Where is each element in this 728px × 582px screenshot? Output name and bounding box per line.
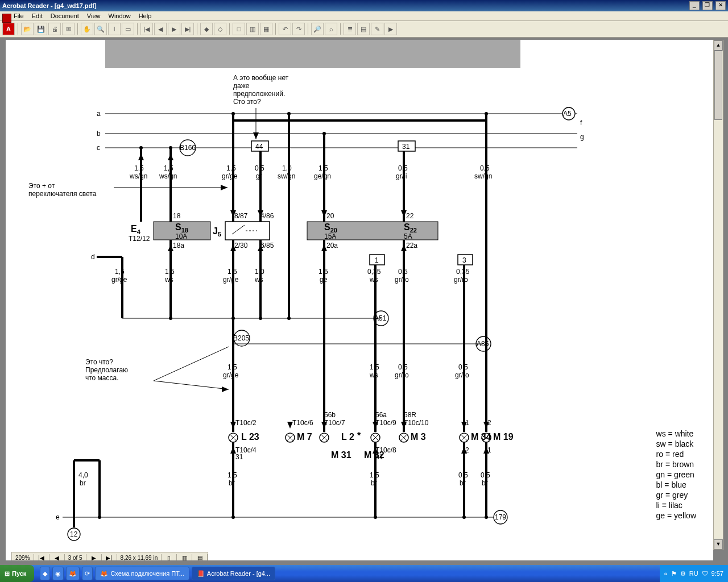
svg-text:1,5: 1,5	[370, 363, 379, 371]
svg-text:8/87: 8/87	[234, 212, 248, 220]
svg-text:gr/ge: gr/ge	[111, 276, 127, 284]
svg-text:20: 20	[326, 212, 334, 220]
show-thumbnails-button[interactable]: ▤	[357, 23, 370, 35]
fit-width-button[interactable]: ▥	[246, 23, 259, 35]
open-button[interactable]: 📂	[21, 23, 34, 35]
start-button[interactable]: ⊞ Пуск	[0, 565, 34, 566]
last-page-button[interactable]: ▶|	[181, 23, 194, 35]
svg-text:1,5: 1,5	[318, 164, 328, 172]
svg-text:1,5: 1,5	[134, 164, 144, 172]
svg-text:1: 1	[375, 256, 379, 264]
svg-text:ws: ws	[254, 276, 263, 284]
rotate-ccw-button[interactable]: ↶	[279, 23, 291, 35]
pager-last[interactable]: ▶|	[102, 554, 117, 561]
svg-text:gr/ro: gr/ro	[455, 371, 469, 379]
show-bookmarks-button[interactable]: ≣	[344, 23, 356, 35]
find-button[interactable]: 🔎	[311, 23, 324, 35]
svg-text:1,0: 1,0	[255, 268, 264, 276]
pager-first[interactable]: |◀	[34, 554, 49, 561]
mail-button[interactable]: ✉	[62, 23, 75, 35]
svg-text:0,5: 0,5	[255, 164, 264, 172]
svg-text:M 31: M 31	[331, 450, 351, 460]
minimize-button[interactable]: _	[689, 1, 700, 10]
select-text-button[interactable]: I	[108, 23, 121, 35]
svg-text:gr/ro: gr/ro	[454, 276, 468, 284]
sign-button[interactable]: ✎	[371, 23, 383, 35]
svg-text:1,5: 1,5	[228, 268, 237, 276]
pager-layout1[interactable]: ▯	[162, 554, 177, 561]
menu-view[interactable]: View	[87, 13, 101, 19]
svg-point-61	[287, 112, 291, 115]
fit-page-button[interactable]: □	[233, 23, 245, 35]
menu-file[interactable]: File	[14, 13, 24, 19]
svg-text:f: f	[580, 119, 582, 127]
svg-text:0,5: 0,5	[398, 268, 408, 276]
print-button[interactable]: 🖨	[48, 23, 61, 35]
pager-layout3[interactable]: ▤	[192, 554, 208, 561]
svg-text:ws: ws	[164, 276, 173, 284]
svg-text:1,5: 1,5	[164, 164, 173, 172]
svg-text:1,5: 1,5	[318, 268, 328, 276]
pager-prev[interactable]: ◀	[49, 554, 65, 561]
scroll-down-button[interactable]: ▼	[714, 539, 723, 550]
document-viewport[interactable]: А это вообще нет даже предположений. Сто…	[0, 38, 728, 566]
svg-text:ge: ge	[320, 276, 328, 284]
search-button[interactable]: ⌕	[325, 23, 337, 35]
svg-text:B205: B205	[233, 334, 249, 342]
svg-text:e: e	[56, 513, 60, 521]
svg-text:4,0: 4,0	[78, 471, 88, 479]
prev-page-button[interactable]: ◀	[154, 23, 167, 35]
scroll-thumb[interactable]	[714, 51, 722, 120]
svg-text:3: 3	[462, 256, 466, 264]
svg-point-60	[231, 112, 235, 115]
svg-text:56b: 56b	[324, 411, 336, 419]
more-button[interactable]: ▶	[384, 23, 397, 35]
svg-marker-129	[221, 185, 228, 190]
hand-tool-button[interactable]: ✋	[81, 23, 93, 35]
svg-point-100	[231, 317, 235, 320]
svg-text:4/86: 4/86	[260, 212, 274, 220]
svg-text:18a: 18a	[173, 242, 184, 250]
svg-point-59	[169, 146, 172, 149]
next-page-button[interactable]: ▶	[168, 23, 180, 35]
svg-text:L 23: L 23	[241, 432, 259, 442]
svg-point-192	[98, 516, 101, 519]
page-indicator[interactable]: 3 of 5	[65, 554, 86, 561]
menu-help[interactable]: Help	[139, 13, 152, 19]
svg-text:31: 31	[375, 453, 383, 461]
svg-text:0,5: 0,5	[480, 164, 490, 172]
svg-text:ws: ws	[369, 276, 378, 284]
prev-view-button[interactable]: ◆	[200, 23, 213, 35]
window-buttons: _ ❐ ✕	[688, 1, 726, 10]
menu-edit[interactable]: Edit	[32, 13, 43, 19]
pager-next[interactable]: ▶	[86, 554, 102, 561]
svg-text:b: b	[97, 130, 101, 138]
scroll-up-button[interactable]: ▲	[714, 40, 723, 51]
rotate-cw-button[interactable]: ↷	[292, 23, 305, 35]
pager-layout2[interactable]: ▥	[177, 554, 192, 561]
svg-marker-204	[168, 153, 173, 160]
zoom-tool-button[interactable]: 🔍	[94, 23, 107, 35]
close-button[interactable]: ✕	[715, 1, 726, 10]
svg-marker-131	[253, 132, 259, 139]
svg-text:56a: 56a	[375, 411, 387, 419]
save-button[interactable]: 💾	[35, 23, 47, 35]
svg-text:31: 31	[235, 453, 243, 461]
svg-text:31: 31	[402, 143, 410, 151]
vertical-scrollbar[interactable]: ▲ ▼	[713, 40, 723, 550]
svg-text:0,5: 0,5	[398, 164, 408, 172]
maximize-button[interactable]: ❐	[702, 1, 713, 10]
toolbar: A 📂 💾 🖨 ✉ ✋ 🔍 I ▭ |◀ ◀ ▶ ▶| ◆ ◇ □ ▥ ▦ ↶ …	[0, 21, 728, 38]
svg-text:10A: 10A	[175, 232, 187, 240]
svg-point-103	[287, 317, 291, 320]
menu-window[interactable]: Window	[109, 13, 131, 19]
svg-text:44: 44	[255, 143, 263, 151]
svg-text:15A: 15A	[324, 232, 336, 240]
menu-document[interactable]: Document	[51, 13, 79, 19]
select-graphic-button[interactable]: ▭	[122, 23, 134, 35]
zoom-level[interactable]: 209%	[12, 554, 34, 561]
first-page-button[interactable]: |◀	[140, 23, 153, 35]
actual-size-button[interactable]: ▦	[260, 23, 272, 35]
svg-text:1,0: 1,0	[282, 164, 292, 172]
next-view-button[interactable]: ◇	[214, 23, 226, 35]
